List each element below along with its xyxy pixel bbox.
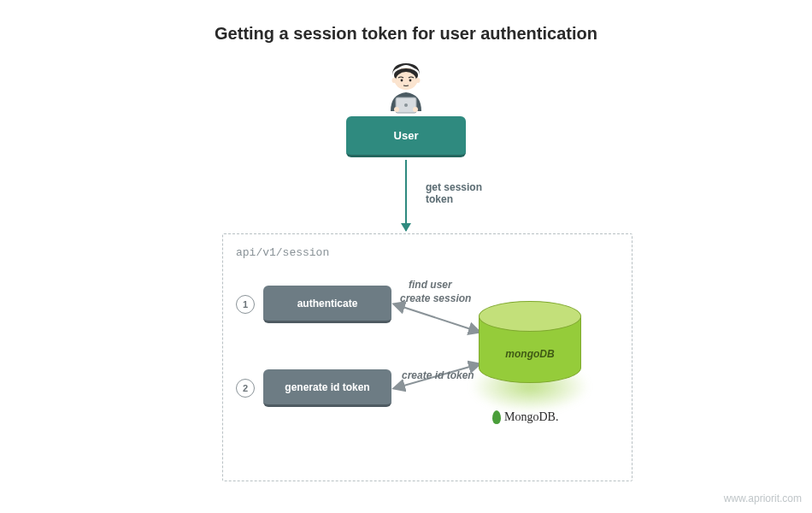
- user-avatar-icon: [372, 60, 440, 120]
- connector-label-find-user: find user: [409, 279, 452, 291]
- svg-point-3: [401, 80, 403, 82]
- arrow-user-to-api: [405, 160, 407, 231]
- svg-point-4: [409, 80, 412, 82]
- mongodb-cylinder-label: mongoDB: [505, 348, 554, 360]
- mongodb-brand: MongoDB.: [492, 410, 578, 424]
- svg-point-6: [416, 78, 421, 83]
- mongodb-leaf-icon: [492, 410, 501, 424]
- mongodb-brand-text: MongoDB.: [504, 410, 558, 424]
- page-title: Getting a session token for user authent…: [0, 0, 812, 44]
- authenticate-node: authenticate: [263, 286, 391, 323]
- step-badge-2: 2: [236, 379, 255, 398]
- database-cylinder-top-icon: [479, 301, 581, 332]
- svg-point-10: [413, 107, 418, 112]
- mongodb-node: mongoDB: [479, 301, 581, 404]
- watermark: www.apriorit.com: [724, 492, 802, 504]
- arrow-label-get-session-token: get session token: [426, 181, 482, 206]
- svg-point-5: [392, 78, 397, 83]
- user-node: User: [346, 116, 466, 157]
- step-badge-1: 1: [236, 295, 255, 314]
- svg-point-9: [394, 107, 399, 112]
- svg-point-8: [404, 103, 408, 107]
- api-path-label: api/v1/session: [236, 246, 329, 259]
- connector-label-create-session: create session: [400, 292, 471, 304]
- generate-id-token-node: generate id token: [263, 369, 391, 407]
- connector-label-create-id-token: create id token: [402, 369, 474, 381]
